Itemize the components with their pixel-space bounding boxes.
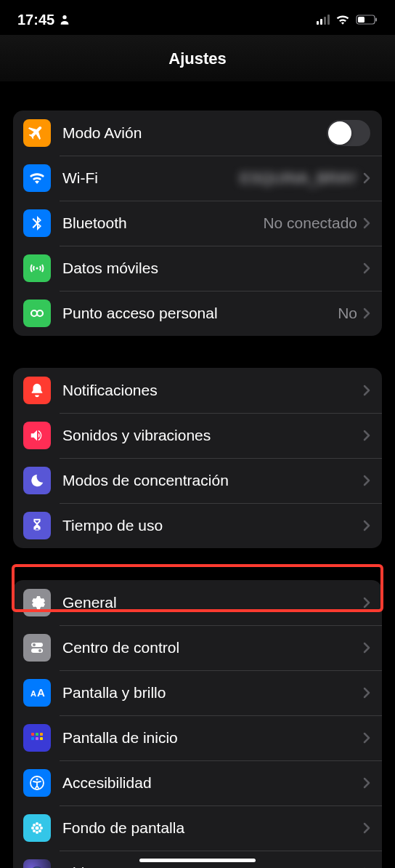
svg-point-20 xyxy=(36,779,38,781)
settings-group-system: General Centro de control AA Pantalla y … xyxy=(13,580,382,868)
svg-rect-16 xyxy=(31,737,34,740)
chevron-right-icon xyxy=(363,262,370,274)
svg-point-27 xyxy=(38,824,41,827)
svg-text:A: A xyxy=(37,686,45,699)
settings-group-notifications: Notificaciones Sonidos y vibraciones Mod… xyxy=(13,368,382,548)
cellular-signal-icon xyxy=(317,15,330,25)
svg-point-29 xyxy=(38,829,41,832)
svg-point-25 xyxy=(40,827,43,829)
row-display[interactable]: AA Pantalla y brillo xyxy=(13,670,382,715)
svg-rect-14 xyxy=(36,733,38,736)
svg-point-6 xyxy=(37,310,43,316)
hourglass-icon xyxy=(23,512,51,539)
row-accessibility[interactable]: Accesibilidad xyxy=(13,760,382,805)
chevron-right-icon xyxy=(363,642,370,654)
bluetooth-status: No conectado xyxy=(263,214,357,232)
row-label: Pantalla de inicio xyxy=(62,729,363,747)
chevron-right-icon xyxy=(363,172,370,184)
row-hotspot[interactable]: Punto acceso personal No xyxy=(13,291,382,336)
row-focus[interactable]: Modos de concentración xyxy=(13,458,382,503)
chevron-right-icon xyxy=(363,597,370,608)
wifi-icon xyxy=(23,164,51,192)
chevron-right-icon xyxy=(363,475,370,486)
person-icon xyxy=(59,14,70,25)
row-sounds[interactable]: Sonidos y vibraciones xyxy=(13,413,382,458)
row-label: Notificaciones xyxy=(62,382,363,399)
accessibility-icon xyxy=(23,769,51,797)
row-wallpaper[interactable]: Fondo de pantalla xyxy=(13,805,382,851)
svg-rect-13 xyxy=(31,733,34,736)
row-notifications[interactable]: Notificaciones xyxy=(13,368,382,413)
row-label: Bluetooth xyxy=(62,214,263,232)
row-label: Punto acceso personal xyxy=(62,305,338,322)
row-bluetooth[interactable]: Bluetooth No conectado xyxy=(13,201,382,246)
airplane-toggle[interactable] xyxy=(327,120,370,146)
chevron-right-icon xyxy=(363,822,370,834)
switches-icon xyxy=(23,634,51,662)
hotspot-status: No xyxy=(338,305,357,322)
row-screentime[interactable]: Tiempo de uso xyxy=(13,503,382,548)
text-size-icon: AA xyxy=(23,679,51,707)
wifi-status-icon xyxy=(335,14,350,25)
flower-icon xyxy=(23,814,51,842)
chevron-right-icon xyxy=(363,430,370,441)
chevron-right-icon xyxy=(363,687,370,699)
row-label: Pantalla y brillo xyxy=(62,684,363,702)
status-time: 17:45 xyxy=(17,12,54,28)
chevron-right-icon xyxy=(363,385,370,396)
svg-rect-15 xyxy=(40,733,43,736)
home-indicator[interactable] xyxy=(139,859,256,862)
svg-point-21 xyxy=(36,827,39,830)
row-label: Modos de concentración xyxy=(62,472,363,489)
row-home-screen[interactable]: Pantalla de inicio xyxy=(13,715,382,760)
svg-point-22 xyxy=(36,822,38,825)
row-label: Sonidos y vibraciones xyxy=(62,427,363,444)
row-airplane-mode[interactable]: Modo Avión xyxy=(13,110,382,156)
row-wifi[interactable]: Wi-Fi ESQUINA_BRAY xyxy=(13,156,382,201)
chevron-right-icon xyxy=(363,520,370,531)
svg-point-28 xyxy=(33,829,36,832)
chevron-right-icon xyxy=(363,308,370,319)
status-bar: 17:45 xyxy=(0,0,395,35)
chevron-right-icon xyxy=(363,777,370,789)
airplane-icon xyxy=(23,119,51,147)
gear-icon xyxy=(23,589,51,616)
row-general[interactable]: General xyxy=(13,580,382,625)
status-right xyxy=(317,14,378,25)
row-label: Modo Avión xyxy=(62,124,327,142)
row-label: Datos móviles xyxy=(62,260,363,277)
row-control-center[interactable]: Centro de control xyxy=(13,625,382,670)
svg-rect-17 xyxy=(36,737,38,740)
chevron-right-icon xyxy=(363,732,370,744)
row-cellular[interactable]: Datos móviles xyxy=(13,246,382,291)
row-label: Tiempo de uso xyxy=(62,517,363,534)
svg-point-10 xyxy=(38,649,41,652)
row-label: General xyxy=(62,594,363,611)
svg-point-0 xyxy=(62,15,66,19)
svg-text:A: A xyxy=(30,689,36,698)
settings-group-connectivity: Modo Avión Wi-Fi ESQUINA_BRAY Bluetooth … xyxy=(13,110,382,336)
battery-icon xyxy=(356,15,378,25)
apps-grid-icon xyxy=(23,724,51,752)
row-label: Accesibilidad xyxy=(62,774,363,792)
settings-content: Modo Avión Wi-Fi ESQUINA_BRAY Bluetooth … xyxy=(0,110,395,868)
svg-point-23 xyxy=(36,831,38,834)
svg-rect-18 xyxy=(40,737,43,740)
antenna-icon xyxy=(23,254,51,282)
svg-point-5 xyxy=(31,310,37,316)
svg-rect-3 xyxy=(358,17,365,23)
speaker-icon xyxy=(23,422,51,449)
siri-icon xyxy=(23,859,51,868)
svg-point-9 xyxy=(33,643,36,646)
wifi-network-name: ESQUINA_BRAY xyxy=(240,169,357,187)
row-label: Centro de control xyxy=(62,639,363,656)
page-title: Ajustes xyxy=(0,49,395,68)
row-label: Fondo de pantalla xyxy=(62,819,363,837)
chevron-right-icon xyxy=(363,217,370,229)
bell-icon xyxy=(23,377,51,404)
svg-rect-2 xyxy=(375,18,377,22)
page-header: Ajustes xyxy=(0,35,395,81)
svg-point-4 xyxy=(36,268,38,270)
bluetooth-icon xyxy=(23,209,51,237)
row-label: Siri y Buscar xyxy=(62,864,363,868)
